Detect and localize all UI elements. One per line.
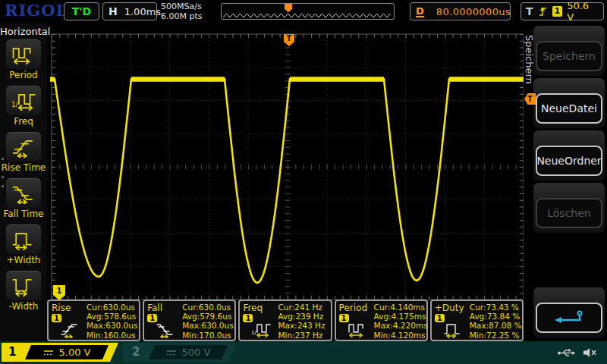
measurement-panel-period[interactable]: Period1Cur:4.140msAvg:4.175msMax:4.220ms… [335,300,428,341]
rise-icon [55,322,85,338]
period-icon [342,322,373,338]
menu-slot: Speichern [533,26,605,76]
channel2-tab[interactable]: 2 500 V [123,343,237,362]
fall-icon [150,322,181,338]
measurement-row: Avg:73.84 % [470,312,522,321]
softkey-löschen[interactable]: Löschen [536,198,602,228]
softkey-neuedatei[interactable]: NeueDatei [536,93,602,124]
measurement-panel-rise[interactable]: Rise1Cur:630.0usAvg:578.6usMax:630.0usMi… [47,300,140,341]
measurement-results-row: Rise1Cur:630.0usAvg:578.6usMax:630.0usMi… [47,300,524,341]
timebase-value: 1.00ms [124,6,161,17]
measurement-row: Max:243 Hz [278,321,325,330]
horizontal-timebase-box[interactable]: H 1.00ms [102,2,157,20]
measurement-row: Min:170.0us [182,331,233,340]
rising-edge-icon [538,5,548,17]
menu-slot-empty [533,235,605,285]
measurement-row: Cur:4.140ms [374,303,428,312]
measurement-row: Max:4.220ms [374,321,428,330]
measurement-row: Cur:241 Hz [278,303,325,312]
menu-slot: Löschen [533,183,605,233]
dc-coupling-icon [43,349,54,356]
save-menu: Speichern SpeichernNeueDateiNeueOrdnerLö… [524,23,607,341]
measurement-panel-fall[interactable]: Fall1Cur:630.0usAvg:579.6usMax:630.0usMi… [143,300,236,341]
sidebar-item-freq[interactable]: 1/Freq [0,86,47,127]
sidebar-item-label: Freq [14,116,33,127]
sidebar-item-label: Period [9,70,37,80]
svg-text:1: 1 [57,287,62,295]
usb-icon [557,348,576,358]
sidebar-item-rise-time[interactable]: Rise Time [0,132,47,173]
waveform-preview-strip [221,3,395,20]
measurement-row: Max:87.08 % [470,321,522,330]
speaker-muted-icon [583,347,598,358]
softkey-speichern[interactable]: Speichern [536,41,602,71]
measurement-name: Period [339,303,367,313]
measurement-row: Cur:73.43 % [470,303,522,312]
measurement-row: Min:160.0us [86,331,137,340]
sample-rate: 500MSa/s [161,2,203,11]
svg-text:1/: 1/ [11,100,17,108]
menu-slot: NeueDatei [533,78,605,128]
measurement-row: Cur:630.0us [182,303,233,312]
svg-text:T: T [287,34,292,42]
measurement-row: Cur:630.0us [86,303,137,312]
measurement-row: Min:237 Hz [278,331,325,340]
channel1-scale: 5.00 V [59,347,91,358]
trigger-status-badge[interactable]: T'D [64,2,99,20]
sidebar-item-label: -Width [9,301,39,312]
menu-title: Horizontal [0,26,47,37]
freq-button[interactable]: 1/ [6,86,41,115]
period-button[interactable] [6,39,41,69]
svg-text:1/: 1/ [251,330,256,336]
trigger-level-value: 50.6 V [567,0,599,23]
softkey-neueordner[interactable]: NeueOrdner [536,146,602,176]
timebase-label: H [109,5,118,17]
delay-value: 80.0000000us [436,6,511,17]
trigger-source-badge: 1 [552,6,563,17]
nwidth-button[interactable] [6,271,41,300]
trigger-info-box[interactable]: T 1 50.6 V [521,2,604,20]
rise-button[interactable] [6,132,41,162]
memory-depth: 6.00M pts [161,11,203,21]
trigger-label: T [526,5,533,17]
measurement-row: Avg:578.6us [86,312,137,321]
menu-slot: NeueOrdner [533,130,605,180]
preview-trigger-marker-icon [285,4,292,12]
sidebar-item--width[interactable]: -Width [0,271,47,312]
measurement-row: Min:72.25 % [470,331,522,340]
acquisition-info: 500MSa/s 6.00M pts [161,2,203,21]
measurement-name: +Duty [435,303,464,313]
sidebar-item-fall-time[interactable]: Fall Time [0,178,47,219]
measurement-row: Avg:579.6us [182,312,233,321]
fall-button[interactable] [6,178,41,208]
measurement-row: Max:630.0us [182,321,233,330]
measurement-panel--duty[interactable]: +Duty1Cur:73.43 %Avg:73.84 %Max:87.08 %M… [430,300,524,341]
fall-icon [10,184,37,204]
softkey-back[interactable] [536,303,602,333]
measurement-name: Fall [147,303,162,313]
measurement-panel-freq[interactable]: Freq11/Cur:241 HzAvg:239 HzMax:243 HzMin… [238,300,332,341]
channel1-tab[interactable]: 1 5.00 V [2,343,118,362]
measurement-row: Min:4.120ms [374,331,428,340]
oscilloscope-screen: RIGOL T'D H 1.00ms 500MSa/s 6.00M pts D … [0,0,607,364]
measurement-row: Avg:239 Hz [278,312,325,321]
rise-icon [10,137,37,158]
preview-waveform [222,4,394,19]
period-icon [10,45,37,65]
measurement-row: Avg:4.175ms [374,312,428,321]
graticule-grid [47,23,524,341]
measurement-name: Freq [243,303,263,313]
pwidth-button[interactable] [6,224,41,254]
freq-icon: 1/ [10,91,37,111]
measurement-row: Max:630.0us [86,321,137,330]
sidebar-item--width[interactable]: +Width [0,224,47,265]
trigger-delay-box[interactable]: D 80.0000000us [410,2,511,20]
return-arrow-icon [552,309,587,326]
pwidth-icon [438,322,468,338]
status-bar: RIGOL T'D H 1.00ms 500MSa/s 6.00M pts D … [0,0,607,23]
horizontal-measure-menu: Horizontal Period1/FreqRise TimeFall Tim… [0,23,47,341]
waveform-display: T1 [47,23,524,341]
channel1-number: 1 [8,345,16,359]
sidebar-item-label: Fall Time [3,209,43,219]
sidebar-item-period[interactable]: Period [0,39,47,80]
